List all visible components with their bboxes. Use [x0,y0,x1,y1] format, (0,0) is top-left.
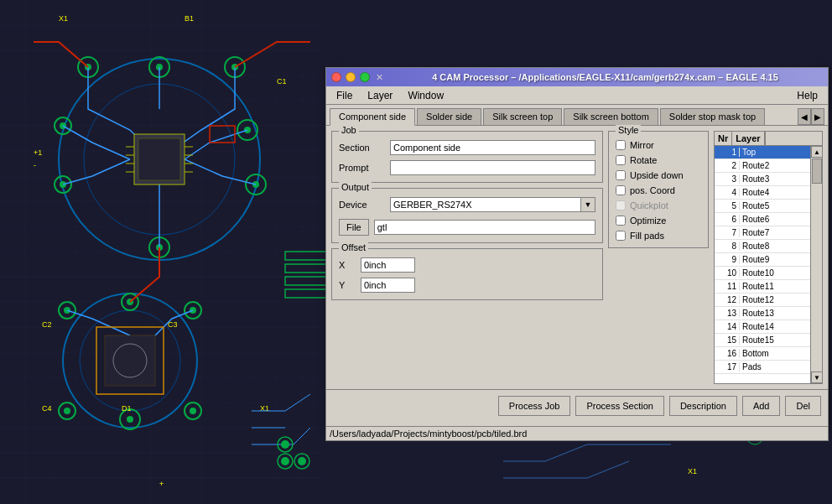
upside-down-checkbox[interactable] [616,170,626,180]
layer-name-cell: Route8 [740,242,810,251]
process-job-button[interactable]: Process Job [498,396,571,416]
close-x-icon[interactable]: ✕ [376,72,383,83]
pos-coord-label[interactable]: pos. Coord [630,185,675,195]
optimize-checkbox[interactable] [616,216,626,226]
tab-silk-screen-bottom[interactable]: Silk screen bottom [564,108,658,125]
device-label: Device [339,200,385,210]
offset-y-row: Y [339,278,595,293]
rotate-row: Rotate [616,155,701,165]
layer-scrollbar[interactable]: ▲ ▼ [810,146,822,383]
quickplot-label: Quickplot [630,200,668,210]
fill-pads-checkbox[interactable] [616,231,626,241]
svg-text:D1: D1 [122,404,132,413]
device-input-group: ▼ [390,197,595,212]
cam-processor-window: ✕ 4 CAM Processor – /Applications/EAGLE-… [325,67,829,428]
button-bar: Process Job Process Section Description … [326,389,828,421]
device-input[interactable] [390,197,580,212]
device-dropdown-button[interactable]: ▼ [580,197,595,212]
layer-row[interactable]: 8Route8 [715,240,810,253]
menu-window[interactable]: Window [401,88,450,103]
add-button[interactable]: Add [742,396,781,416]
layer-row[interactable]: 11Route11 [715,280,810,294]
layer-row[interactable]: 5Route5 [715,200,810,213]
del-button[interactable]: Del [785,396,821,416]
offset-y-input[interactable] [361,278,415,293]
layer-row[interactable]: 13Route13 [715,307,810,320]
tab-scroll-left[interactable]: ◀ [798,108,811,125]
tab-scroll-right[interactable]: ▶ [811,108,824,125]
layer-row[interactable]: 3Route3 [715,173,810,186]
maximize-button[interactable] [360,72,370,82]
fill-pads-row: Fill pads [616,231,701,241]
layer-row[interactable]: 12Route12 [715,294,810,307]
layer-row[interactable]: 17Pads [715,361,810,374]
layer-row[interactable]: 2Route2 [715,159,810,173]
device-row: Device ▼ [339,197,595,212]
layer-nr-cell: 13 [715,309,740,318]
layer-row[interactable]: 9Route9 [715,253,810,267]
rotate-label[interactable]: Rotate [630,155,657,165]
layer-name-cell: Route7 [740,228,810,237]
layer-name-cell: Route10 [740,268,810,278]
optimize-row: Optimize [616,216,701,226]
layer-name-cell: Pads [740,362,810,372]
tabs-bar: Component side Solder side Silk screen t… [326,105,828,126]
menu-file[interactable]: File [330,88,359,103]
section-label: Section [339,143,385,153]
menu-layer[interactable]: Layer [361,88,399,103]
layer-row[interactable]: 1Top [715,146,810,159]
layer-row[interactable]: 4Route4 [715,186,810,200]
layer-nr-cell: 16 [715,349,740,358]
layer-name-cell: Route2 [740,161,810,170]
description-button[interactable]: Description [669,396,737,416]
section-input[interactable] [390,140,595,155]
layer-row[interactable]: 6Route6 [715,213,810,226]
status-text: /Users/ladyada/Projects/mintyboost/pcb/t… [330,429,527,439]
mirror-label[interactable]: Mirror [630,140,654,150]
scrollbar-up-button[interactable]: ▲ [811,146,823,158]
left-panel: Job Section Prompt Output Device ▼ [331,131,603,384]
pos-coord-checkbox[interactable] [616,185,626,195]
layer-row[interactable]: 10Route10 [715,267,810,280]
prompt-input[interactable] [390,160,595,175]
scrollbar-down-button[interactable]: ▼ [811,372,823,383]
menu-help[interactable]: Help [790,88,824,103]
fill-pads-label[interactable]: Fill pads [630,231,664,241]
layer-nr-cell: 14 [715,322,740,331]
tab-solder-stop-mask-top[interactable]: Solder stop mask top [660,108,765,125]
svg-rect-76 [105,335,155,386]
scrollbar-thumb[interactable] [812,158,822,184]
layer-name-cell: Route13 [740,309,810,318]
layer-nr-cell: 3 [715,174,740,184]
minimize-button[interactable] [346,72,356,82]
mirror-checkbox[interactable] [616,140,626,150]
layer-row[interactable]: 15Route15 [715,334,810,347]
offset-legend: Offset [339,242,368,252]
optimize-label[interactable]: Optimize [630,216,666,226]
close-button[interactable] [331,72,341,82]
layer-nr-cell: 11 [715,282,740,291]
tab-component-side[interactable]: Component side [330,108,415,126]
layer-name-cell: Route11 [740,282,810,291]
svg-point-95 [298,457,306,465]
layer-name-cell: Top [740,148,810,157]
file-button[interactable]: File [339,219,369,236]
upside-down-label[interactable]: Upside down [630,170,684,180]
layer-name-cell: Route5 [740,201,810,210]
layer-row[interactable]: 7Route7 [715,226,810,240]
mirror-row: Mirror [616,140,701,150]
tab-solder-side[interactable]: Solder side [417,108,481,125]
layer-name-cell: Route4 [740,188,810,197]
layer-row[interactable]: 16Bottom [715,347,810,361]
layer-nr-cell: 5 [715,201,740,210]
layer-header-label: Layer [732,132,764,145]
layer-list: 1Top2Route23Route34Route45Route56Route67… [715,146,810,374]
rotate-checkbox[interactable] [616,155,626,165]
layer-row[interactable]: 14Route14 [715,320,810,334]
layer-nr-cell: 4 [715,188,740,197]
svg-text:C2: C2 [42,320,52,329]
file-input[interactable] [374,220,595,235]
process-section-button[interactable]: Process Section [575,396,663,416]
offset-x-input[interactable] [361,257,415,273]
tab-silk-screen-top[interactable]: Silk screen top [483,108,562,125]
